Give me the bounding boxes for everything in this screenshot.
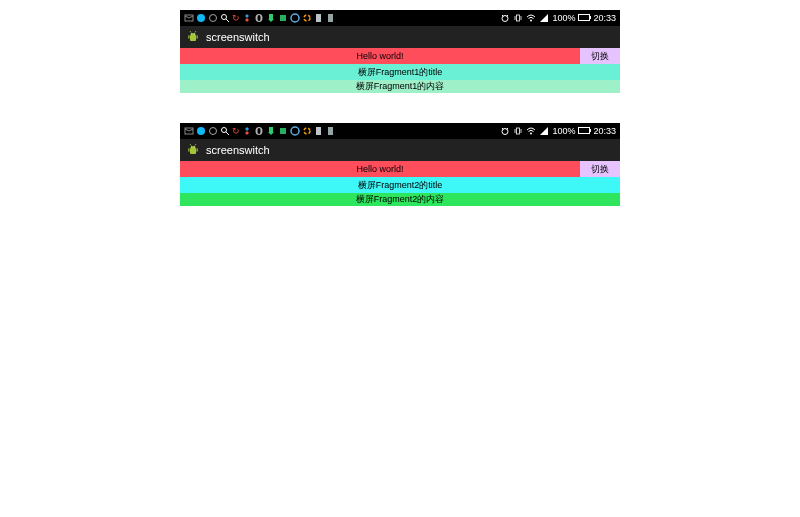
status-right-icons: 100% 20:33 bbox=[500, 126, 616, 136]
svg-point-33 bbox=[258, 128, 261, 134]
svg-point-28 bbox=[197, 127, 205, 135]
download-icon bbox=[266, 126, 276, 136]
battery-icon bbox=[578, 126, 590, 136]
doc-icon bbox=[314, 126, 324, 136]
svg-point-1 bbox=[197, 14, 205, 22]
svg-line-4 bbox=[226, 19, 229, 22]
app-title: screenswitch bbox=[206, 31, 270, 43]
refresh-icon bbox=[242, 126, 252, 136]
opera-icon bbox=[254, 126, 264, 136]
svg-point-46 bbox=[530, 133, 532, 135]
globe-icon bbox=[290, 13, 300, 23]
sync-icon bbox=[208, 13, 218, 23]
svg-line-42 bbox=[507, 128, 509, 130]
clock-time: 20:33 bbox=[593, 13, 616, 23]
alarm-icon bbox=[500, 126, 510, 136]
battery-icon bbox=[578, 13, 590, 23]
spinner-icon bbox=[302, 126, 312, 136]
sync-icon bbox=[208, 126, 218, 136]
svg-line-48 bbox=[190, 144, 191, 146]
svg-point-37 bbox=[304, 128, 310, 134]
spinner-icon bbox=[302, 13, 312, 23]
app-bar: screenswitch bbox=[180, 26, 620, 48]
svg-rect-12 bbox=[328, 14, 333, 22]
svg-rect-47 bbox=[190, 148, 196, 154]
svg-rect-35 bbox=[280, 128, 286, 134]
fragment-content: 横屏Fragment1的内容 bbox=[180, 80, 620, 93]
search-icon bbox=[220, 13, 230, 23]
battery-percent: 100% bbox=[552, 126, 575, 136]
svg-line-15 bbox=[507, 15, 509, 17]
svg-rect-26 bbox=[197, 35, 198, 39]
svg-point-10 bbox=[304, 15, 310, 21]
svg-point-24 bbox=[194, 33, 195, 34]
svg-point-51 bbox=[194, 146, 195, 147]
clock-time: 20:33 bbox=[593, 126, 616, 136]
svg-rect-34 bbox=[269, 127, 273, 132]
qq-icon bbox=[196, 126, 206, 136]
svg-rect-39 bbox=[328, 127, 333, 135]
app-bar: screenswitch bbox=[180, 139, 620, 161]
notif-icon bbox=[184, 13, 194, 23]
download-icon bbox=[266, 13, 276, 23]
svg-point-2 bbox=[210, 15, 217, 22]
wifi-icon bbox=[526, 13, 536, 23]
svg-rect-7 bbox=[269, 14, 273, 19]
svg-point-9 bbox=[291, 14, 299, 22]
svg-line-14 bbox=[502, 15, 504, 17]
refresh-icon bbox=[242, 13, 252, 23]
hello-text: Hello world! bbox=[180, 48, 580, 64]
app-title: screenswitch bbox=[206, 144, 270, 156]
status-bar: ↻ bbox=[180, 10, 620, 26]
svg-rect-20 bbox=[190, 35, 196, 41]
svg-point-36 bbox=[291, 127, 299, 135]
app-icon bbox=[278, 126, 288, 136]
qq-icon bbox=[196, 13, 206, 23]
sync-arrows-icon: ↻ bbox=[232, 126, 240, 136]
status-right-icons: 100% 20:33 bbox=[500, 13, 616, 23]
hello-text: Hello world! bbox=[180, 161, 580, 177]
svg-line-49 bbox=[195, 144, 196, 146]
vibrate-icon bbox=[513, 126, 523, 136]
svg-line-22 bbox=[195, 31, 196, 33]
switch-button[interactable]: 切换 bbox=[580, 48, 620, 64]
alarm-icon bbox=[500, 13, 510, 23]
fragment-title: 横屏Fragment1的title bbox=[180, 64, 620, 80]
doc2-icon bbox=[326, 13, 336, 23]
doc-icon bbox=[314, 13, 324, 23]
opera-icon bbox=[254, 13, 264, 23]
vibrate-icon bbox=[513, 13, 523, 23]
svg-point-29 bbox=[210, 128, 217, 135]
signal-icon bbox=[539, 126, 549, 136]
svg-line-21 bbox=[190, 31, 191, 33]
battery-percent: 100% bbox=[552, 13, 575, 23]
svg-line-31 bbox=[226, 132, 229, 135]
svg-point-50 bbox=[191, 146, 192, 147]
svg-point-3 bbox=[222, 15, 227, 20]
svg-point-30 bbox=[222, 128, 227, 133]
status-left-icons: ↻ bbox=[184, 13, 336, 23]
svg-rect-16 bbox=[517, 15, 520, 21]
globe-icon bbox=[290, 126, 300, 136]
sync-arrows-icon: ↻ bbox=[232, 13, 240, 23]
svg-rect-38 bbox=[316, 127, 321, 135]
phone-screen-2: ↻ bbox=[180, 123, 620, 206]
android-icon bbox=[186, 30, 200, 44]
wifi-icon bbox=[526, 126, 536, 136]
phone-screen-1: ↻ bbox=[180, 10, 620, 93]
svg-point-23 bbox=[191, 33, 192, 34]
doc2-icon bbox=[326, 126, 336, 136]
svg-rect-53 bbox=[197, 148, 198, 152]
header-row: Hello world! 切换 bbox=[180, 161, 620, 177]
svg-rect-43 bbox=[517, 128, 520, 134]
switch-button[interactable]: 切换 bbox=[580, 161, 620, 177]
svg-line-41 bbox=[502, 128, 504, 130]
svg-rect-11 bbox=[316, 14, 321, 22]
notif-icon bbox=[184, 126, 194, 136]
fragment-content: 横屏Fragment2的内容 bbox=[180, 193, 620, 206]
signal-icon bbox=[539, 13, 549, 23]
status-bar: ↻ bbox=[180, 123, 620, 139]
fragment-title: 横屏Fragment2的title bbox=[180, 177, 620, 193]
app-icon bbox=[278, 13, 288, 23]
status-left-icons: ↻ bbox=[184, 126, 336, 136]
